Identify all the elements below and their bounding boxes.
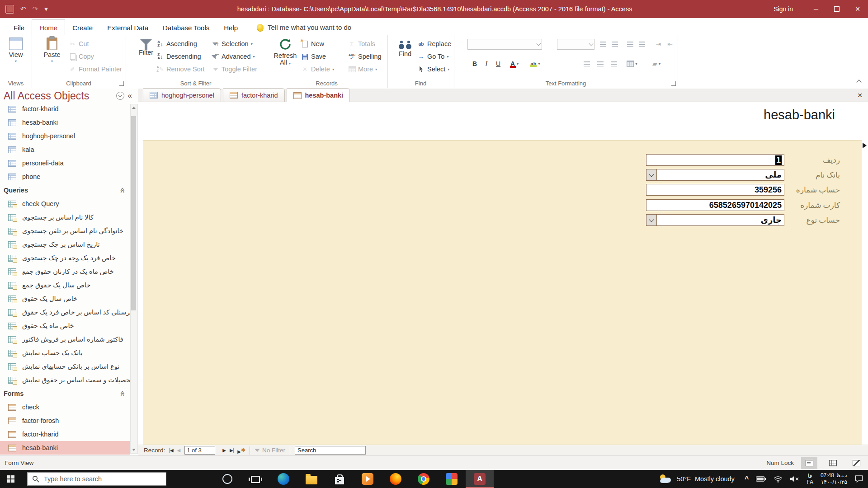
- nav-item-query-3[interactable]: جستجویچکبراساستاریخ: [0, 238, 130, 251]
- align-left-button[interactable]: [581, 59, 592, 69]
- nav-item-query-8[interactable]: حقوقیکفردخاصبراساسکدپرسنلی: [0, 305, 130, 319]
- no-filter-button[interactable]: No Filter: [255, 447, 285, 454]
- nav-item-query-9[interactable]: حقوقیکماهخاص: [0, 319, 130, 333]
- start-button[interactable]: [0, 470, 22, 488]
- background-color-button[interactable]: ▰▾: [651, 59, 662, 69]
- weather-widget[interactable]: 50°F Mostly cloudy: [659, 474, 735, 484]
- gridlines-button[interactable]: ▾: [627, 59, 637, 69]
- taskbar-file-explorer-button[interactable]: [297, 470, 326, 488]
- font-color-button[interactable]: A▾: [509, 59, 520, 69]
- close-object-icon[interactable]: ✕: [857, 92, 863, 99]
- shutter-bar-collapse-icon[interactable]: «: [128, 91, 132, 100]
- totals-button[interactable]: ΣTotals: [348, 38, 375, 50]
- show-hidden-icons-icon[interactable]: ^: [745, 475, 749, 483]
- refresh-all-button[interactable]: Refresh All ▾: [271, 38, 299, 66]
- first-record-button[interactable]: |◀: [169, 448, 173, 453]
- replace-button[interactable]: abReplace: [417, 38, 451, 50]
- increase-indent-button[interactable]: [637, 39, 647, 49]
- taskbar-edge-button[interactable]: [269, 470, 297, 488]
- align-center-button[interactable]: [595, 59, 606, 69]
- volume-muted-icon[interactable]: [790, 476, 799, 482]
- advanced-filter-button[interactable]: Advanced▾: [212, 51, 255, 62]
- field-account-number-input[interactable]: 359256: [646, 184, 784, 196]
- scrollbar-thumb[interactable]: [131, 116, 136, 310]
- nav-item-hesab-banki[interactable]: hesab-banki: [0, 441, 130, 455]
- descending-button[interactable]: ZA↓Descending: [156, 51, 201, 62]
- redo-icon[interactable]: ↷: [33, 5, 38, 13]
- nav-item-phone[interactable]: phone: [0, 170, 130, 183]
- nav-item-query-6[interactable]: جمعحقوقیکسالخاص: [0, 278, 130, 292]
- right-to-left-button[interactable]: ⇤: [665, 39, 675, 49]
- menu-tab-create[interactable]: Create: [65, 20, 100, 35]
- nav-item-check-query[interactable]: check Query: [0, 197, 130, 211]
- field-bank-name-input[interactable]: ملی: [646, 169, 784, 181]
- dropdown-button[interactable]: [646, 215, 657, 225]
- nav-item-kala[interactable]: kala: [0, 143, 130, 156]
- go-to-button[interactable]: →Go To▾: [417, 51, 448, 62]
- filter-button[interactable]: Filter: [132, 38, 160, 56]
- taskbar-store-button[interactable]: [326, 470, 354, 488]
- paste-button[interactable]: Paste ▾: [38, 38, 66, 63]
- collapse-ribbon-icon[interactable]: [856, 80, 861, 84]
- scroll-down-icon[interactable]: [131, 446, 137, 453]
- nav-item-query-4[interactable]: جستجویچکدروجهیکفردخاص: [0, 251, 130, 265]
- customize-quick-access-icon[interactable]: ▾: [44, 5, 48, 13]
- nav-item-query-13[interactable]: نمایشحقوقبراساسسمتوتحصیلات: [0, 373, 130, 387]
- datasheet-view-button[interactable]: [825, 457, 841, 469]
- left-to-right-button[interactable]: ⇥: [653, 39, 664, 49]
- nav-item-hesab-banki[interactable]: hesab-banki: [0, 116, 130, 129]
- menu-tab-database-tools[interactable]: Database Tools: [156, 20, 217, 35]
- more-button[interactable]: More▾: [348, 63, 377, 75]
- nav-item-factor-kharid[interactable]: factor-kharid: [0, 102, 130, 116]
- bold-button[interactable]: B: [469, 59, 480, 69]
- font-name-combobox[interactable]: [467, 39, 542, 50]
- nav-item-query-11[interactable]: نمایشحسابیکبانک: [0, 346, 130, 360]
- view-button[interactable]: View ▾: [2, 38, 30, 63]
- record-search-input[interactable]: Search: [295, 446, 366, 455]
- collapse-section-icon[interactable]: ≪: [120, 188, 126, 193]
- find-button[interactable]: Find: [391, 38, 419, 58]
- scroll-right-icon[interactable]: [863, 143, 867, 148]
- menu-tab-external-data[interactable]: External Data: [100, 20, 156, 35]
- nav-item-factor-kharid[interactable]: factor-kharid: [0, 427, 130, 441]
- selection-button[interactable]: ϟSelection▾: [212, 38, 253, 50]
- close-button[interactable]: ✕: [847, 0, 868, 18]
- last-record-button[interactable]: ▶|: [230, 448, 233, 453]
- spelling-button[interactable]: ABC✓Spelling: [348, 51, 382, 62]
- format-painter-button[interactable]: ✐Format Painter: [69, 63, 122, 75]
- nav-item-query-5[interactable]: جمعحقوقکارناندریکماهخاص: [0, 265, 130, 278]
- taskbar-media-player-button[interactable]: [354, 470, 382, 488]
- highlight-color-button[interactable]: ab▾: [530, 59, 541, 69]
- decrease-indent-button[interactable]: [625, 39, 636, 49]
- align-right-button[interactable]: [609, 59, 619, 69]
- nav-item-query-7[interactable]: حقوقیکسالخاص: [0, 292, 130, 305]
- sign-in-button[interactable]: Sign in: [774, 5, 793, 13]
- ascending-button[interactable]: AZ↓Ascending: [156, 38, 197, 50]
- field-row-id-input[interactable]: 1: [646, 154, 784, 166]
- taskbar-chrome-button[interactable]: [410, 470, 438, 488]
- nav-pane-menu-icon[interactable]: [116, 92, 124, 100]
- taskbar-search-input[interactable]: Type here to search: [27, 472, 166, 486]
- field-account-type-input[interactable]: جاری: [646, 214, 784, 226]
- nav-scrollbar[interactable]: [130, 104, 138, 454]
- collapse-section-icon[interactable]: ≪: [120, 391, 126, 397]
- tell-me-box[interactable]: Tell me what you want to do: [257, 23, 351, 35]
- maximize-button[interactable]: [826, 0, 847, 18]
- remove-sort-button[interactable]: AZ✎Remove Sort: [156, 63, 205, 75]
- select-button[interactable]: Select▾: [417, 63, 449, 75]
- taskbar-access-button[interactable]: A: [466, 470, 494, 488]
- nav-item-check[interactable]: check: [0, 400, 130, 414]
- taskbar-photos-button[interactable]: [438, 470, 466, 488]
- undo-icon[interactable]: ↶: [20, 5, 26, 13]
- new-blank-record-button[interactable]: ▶✱: [237, 447, 245, 454]
- object-tab-factor-kharid[interactable]: factor-kharid: [223, 88, 285, 102]
- minimize-button[interactable]: ─: [806, 0, 826, 18]
- design-view-button[interactable]: [848, 457, 864, 469]
- italic-button[interactable]: I: [481, 59, 492, 69]
- object-tab-hoghogh-personel[interactable]: hoghogh-personel: [143, 88, 221, 102]
- wifi-icon[interactable]: [774, 476, 783, 483]
- menu-tab-file[interactable]: File: [6, 20, 32, 35]
- field-card-number-input[interactable]: 6585265970142025: [646, 199, 784, 211]
- save-button[interactable]: Save: [301, 51, 326, 62]
- dropdown-button[interactable]: [646, 169, 657, 180]
